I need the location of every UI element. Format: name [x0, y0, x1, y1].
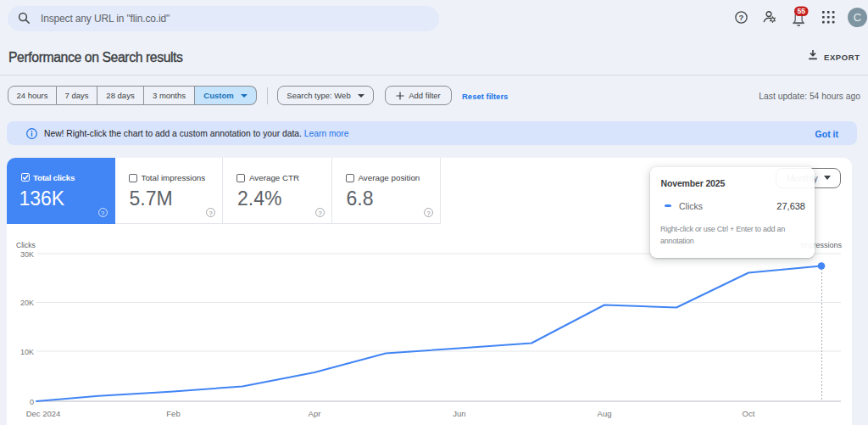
svg-text:Clicks: Clicks: [16, 241, 36, 249]
svg-text:Oct: Oct: [743, 409, 755, 418]
svg-text:Jun: Jun: [453, 409, 465, 418]
svg-text:Apr: Apr: [309, 409, 321, 418]
svg-text:30K: 30K: [20, 250, 34, 259]
svg-text:10K: 10K: [20, 348, 34, 356]
svg-text:55: 55: [797, 7, 805, 15]
svg-text:?: ?: [739, 13, 744, 22]
svg-text:Aug: Aug: [598, 409, 612, 418]
svg-text:Feb: Feb: [166, 409, 180, 418]
svg-text:0: 0: [30, 398, 34, 406]
svg-text:20K: 20K: [20, 299, 34, 307]
svg-text:Dec 2024: Dec 2024: [26, 409, 61, 418]
